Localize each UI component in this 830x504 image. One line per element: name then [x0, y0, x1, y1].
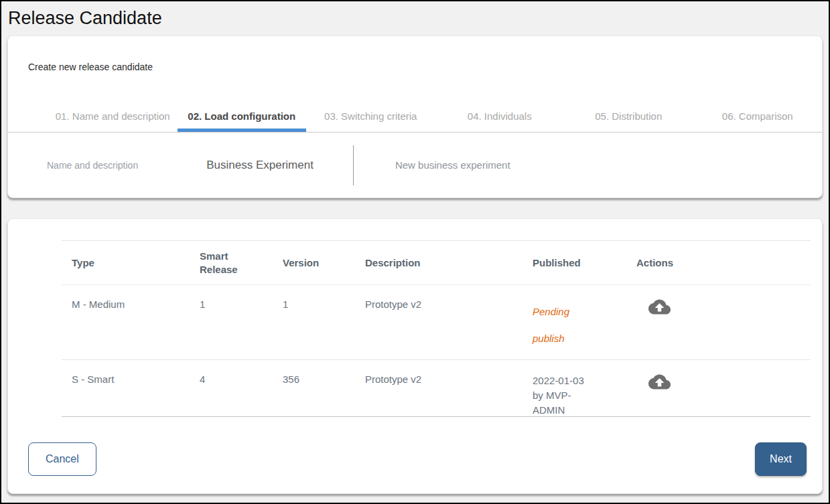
cell-smart-release: 1: [190, 285, 273, 359]
subtab-new-business-experiment[interactable]: New business experiment: [395, 159, 510, 171]
load-configuration-subtabs: Name and description Business Experiment…: [8, 133, 822, 197]
pending-publish-status: Pending publish: [533, 299, 593, 352]
card-heading: Create new release candidate: [28, 62, 822, 72]
table-row: M - Medium 1 1 Prototype v2 Pending publ…: [62, 285, 811, 360]
tab-label: 03. Switching criteria: [324, 110, 417, 122]
cell-actions: [626, 285, 811, 359]
configuration-table-card: Type Smart Release Version Description P…: [7, 218, 823, 494]
cell-description: Prototype v2: [355, 285, 523, 359]
active-tab-underline: [178, 129, 307, 132]
tab-label: 06. Comparison: [722, 110, 793, 122]
cell-version: 356: [273, 360, 355, 416]
cloud-upload-icon: [648, 382, 671, 392]
cell-published: Pending publish: [523, 285, 626, 359]
configurations-table: Type Smart Release Version Description P…: [62, 240, 811, 417]
column-header-version: Version: [273, 257, 355, 268]
cell-description: Prototype v2: [355, 360, 523, 416]
published-date: 2022-01-03 by MVP-ADMIN: [533, 373, 590, 418]
column-header-smart-release: Smart Release: [190, 250, 273, 276]
tab-switching-criteria[interactable]: 03. Switching criteria: [306, 102, 435, 132]
subtab-business-experiment[interactable]: Business Experiment: [206, 159, 314, 172]
create-release-card: Create new release candidate 01. Name an…: [7, 35, 823, 198]
subtab-name-and-description[interactable]: Name and description: [47, 160, 138, 171]
tab-comparison[interactable]: 06. Comparison: [693, 102, 823, 132]
tab-load-configuration[interactable]: 02. Load configuration: [178, 102, 307, 132]
subtab-divider: [353, 145, 354, 185]
cell-type: S - Smart: [62, 360, 190, 416]
cell-type: M - Medium: [62, 285, 190, 359]
cell-smart-release: 4: [190, 360, 273, 416]
cell-version: 1: [273, 285, 355, 359]
cloud-upload-icon: [648, 307, 671, 317]
cell-actions: [626, 360, 811, 416]
column-header-published: Published: [523, 257, 626, 268]
release-candidate-screen: Release Candidate Create new release can…: [0, 0, 830, 504]
page-title: Release Candidate: [8, 8, 829, 29]
cell-published: 2022-01-03 by MVP-ADMIN: [523, 360, 626, 416]
tab-name-and-description[interactable]: 01. Name and description: [48, 102, 178, 132]
publish-action-button[interactable]: [648, 373, 671, 392]
tab-label: 04. Individuals: [468, 110, 532, 122]
footer-actions: Cancel Next: [8, 442, 822, 476]
table-row: S - Smart 4 356 Prototype v2 2022-01-03 …: [62, 360, 811, 417]
cancel-button[interactable]: Cancel: [28, 442, 96, 476]
tab-distribution[interactable]: 05. Distribution: [564, 102, 693, 132]
tab-label: 02. Load configuration: [188, 110, 295, 122]
next-button[interactable]: Next: [755, 442, 807, 476]
publish-action-button[interactable]: [648, 299, 671, 317]
tab-label: 01. Name and description: [56, 110, 170, 122]
table-header-row: Type Smart Release Version Description P…: [62, 241, 811, 285]
column-header-description: Description: [355, 257, 523, 268]
tab-label: 05. Distribution: [595, 110, 662, 122]
column-header-actions: Actions: [626, 257, 811, 268]
tab-individuals[interactable]: 04. Individuals: [435, 102, 565, 132]
column-header-type: Type: [62, 257, 190, 268]
wizard-step-tabs: 01. Name and description 02. Load config…: [8, 102, 822, 133]
